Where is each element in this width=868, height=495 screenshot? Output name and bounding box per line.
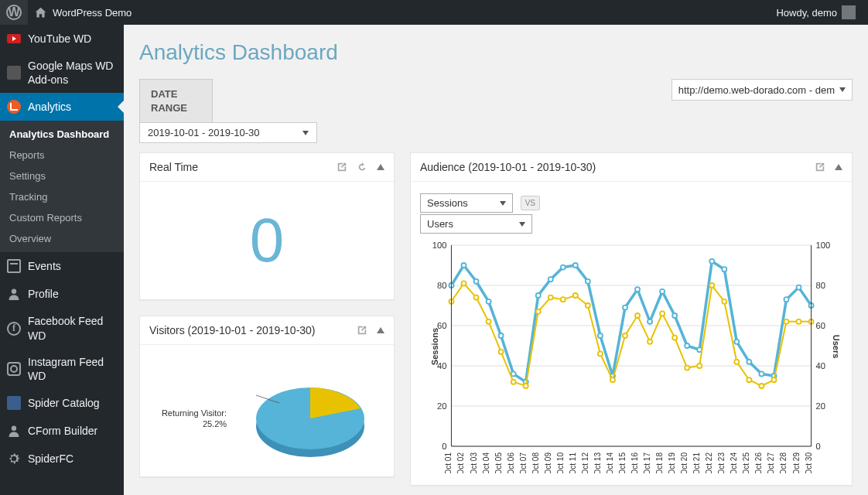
export-icon[interactable]: [815, 162, 825, 172]
sidebar-item-youtube[interactable]: YouTube WD: [0, 25, 124, 53]
svg-point-27: [499, 333, 504, 338]
catalog-icon: [6, 395, 22, 411]
svg-point-26: [487, 299, 491, 304]
svg-point-48: [759, 371, 764, 376]
svg-point-46: [734, 340, 739, 344]
sidebar-item-spiderfc[interactable]: SpiderFC: [0, 445, 124, 473]
wp-logo-item[interactable]: W: [0, 0, 28, 25]
svg-text:100: 100: [816, 241, 831, 250]
svg-point-66: [610, 377, 615, 382]
svg-text:Oct 02: Oct 02: [456, 452, 465, 473]
audience-line-chart: Sessions Users 002020404060608080100100O…: [420, 241, 842, 473]
form-icon: [6, 423, 22, 439]
range-bar: DATE RANGE 2019-10-01 - 2019-10-30 http:…: [139, 79, 853, 143]
svg-text:Oct 07: Oct 07: [519, 452, 528, 473]
svg-point-75: [722, 299, 726, 304]
svg-point-80: [784, 319, 788, 324]
home-icon: [34, 6, 47, 19]
svg-point-62: [561, 297, 566, 302]
metric1-select[interactable]: Sessions: [420, 193, 513, 213]
sidebar-item-profile[interactable]: Profile: [0, 280, 124, 308]
svg-text:80: 80: [437, 281, 446, 290]
svg-point-24: [461, 263, 466, 268]
svg-point-32: [561, 265, 566, 270]
calendar-icon: [6, 258, 22, 274]
sidebar-item-fbfeed[interactable]: f Facebook Feed WD: [0, 308, 124, 348]
svg-text:Oct 17: Oct 17: [643, 452, 651, 473]
realtime-title: Real Time: [149, 161, 198, 173]
sidebar-item-label: SpiderFC: [28, 452, 73, 466]
submenu-dashboard[interactable]: Analytics Dashboard: [0, 124, 124, 145]
collapse-icon[interactable]: [377, 164, 384, 170]
sidebar-item-label: YouTube WD: [28, 32, 91, 46]
wordpress-icon: W: [6, 5, 22, 20]
site-profile-select[interactable]: http://demo.web-dorado.com - dem: [672, 79, 853, 101]
svg-text:Oct 20: Oct 20: [680, 452, 689, 473]
submenu-overview[interactable]: Overview: [0, 228, 124, 249]
svg-point-25: [473, 279, 478, 284]
submenu-reports[interactable]: Reports: [0, 145, 124, 166]
export-icon[interactable]: [337, 162, 347, 172]
svg-text:Oct 10: Oct 10: [556, 452, 565, 473]
metric2-select[interactable]: Users: [420, 214, 532, 234]
svg-text:Oct 05: Oct 05: [494, 452, 503, 473]
svg-point-55: [473, 295, 478, 300]
sidebar-item-gmaps[interactable]: Google Maps WD Add-ons: [0, 53, 124, 93]
submenu-custom-reports[interactable]: Custom Reports: [0, 207, 124, 228]
admin-bar: W WordPress Demo Howdy, demo: [0, 0, 868, 25]
svg-text:0: 0: [816, 442, 821, 451]
submenu-settings[interactable]: Settings: [0, 166, 124, 186]
svg-text:Oct 30: Oct 30: [805, 452, 813, 473]
svg-point-30: [536, 293, 541, 298]
export-icon[interactable]: [357, 325, 367, 336]
admin-sidebar: YouTube WD Google Maps WD Add-ons Analyt…: [0, 25, 124, 495]
visitors-panel: Visitors (2019-10-01 - 2019-10-30) Retur…: [139, 316, 395, 477]
svg-text:Oct 04: Oct 04: [482, 452, 490, 473]
svg-point-74: [709, 283, 714, 288]
sidebar-item-spider[interactable]: Spider Catalog: [0, 389, 124, 417]
svg-text:Oct 03: Oct 03: [469, 452, 477, 473]
realtime-panel: Real Time 0: [139, 152, 395, 300]
svg-point-63: [573, 293, 578, 298]
audience-panel: Audience (2019-10-01 - 2019-10-30) Sessi…: [410, 152, 853, 486]
refresh-icon[interactable]: [357, 162, 367, 172]
sidebar-item-igfeed[interactable]: Instagram Feed WD: [0, 349, 124, 389]
sidebar-item-label: Facebook Feed WD: [28, 314, 118, 342]
instagram-icon: [6, 361, 22, 377]
svg-text:Oct 13: Oct 13: [593, 452, 602, 473]
svg-point-68: [635, 313, 640, 318]
submenu-tracking[interactable]: Tracking: [0, 186, 124, 207]
svg-point-73: [697, 364, 702, 368]
svg-point-65: [598, 351, 603, 356]
svg-point-28: [511, 371, 516, 376]
svg-point-34: [586, 279, 590, 284]
svg-text:20: 20: [437, 401, 446, 411]
map-icon: [6, 65, 22, 80]
svg-text:Oct 18: Oct 18: [655, 452, 664, 473]
svg-point-64: [586, 303, 590, 308]
sidebar-item-label: Instagram Feed WD: [28, 355, 118, 383]
svg-point-78: [759, 384, 764, 388]
svg-text:Oct 27: Oct 27: [767, 452, 775, 473]
svg-point-50: [784, 297, 788, 302]
sidebar-item-cform[interactable]: CForm Builder: [0, 417, 124, 445]
collapse-icon[interactable]: [377, 327, 384, 333]
page-title: Analytics Dashboard: [139, 40, 853, 65]
avatar: [842, 5, 856, 19]
svg-text:60: 60: [816, 321, 825, 330]
svg-text:Oct 15: Oct 15: [618, 452, 627, 473]
sidebar-item-label: Events: [28, 259, 61, 273]
vs-label: VS: [521, 196, 540, 210]
svg-text:Oct 01: Oct 01: [444, 452, 453, 473]
collapse-icon[interactable]: [835, 164, 842, 170]
svg-point-67: [623, 333, 627, 338]
svg-point-47: [747, 360, 751, 364]
site-home-link[interactable]: WordPress Demo: [28, 0, 138, 25]
sidebar-item-label: Analytics: [28, 100, 71, 114]
date-range-picker[interactable]: 2019-10-01 - 2019-10-30: [139, 122, 317, 143]
sidebar-item-events[interactable]: Events: [0, 252, 124, 280]
howdy-account[interactable]: Howdy, demo: [770, 0, 862, 25]
sidebar-item-analytics[interactable]: Analytics: [0, 93, 124, 121]
svg-point-56: [487, 319, 491, 324]
content-area: Analytics Dashboard DATE RANGE 2019-10-0…: [124, 25, 868, 495]
